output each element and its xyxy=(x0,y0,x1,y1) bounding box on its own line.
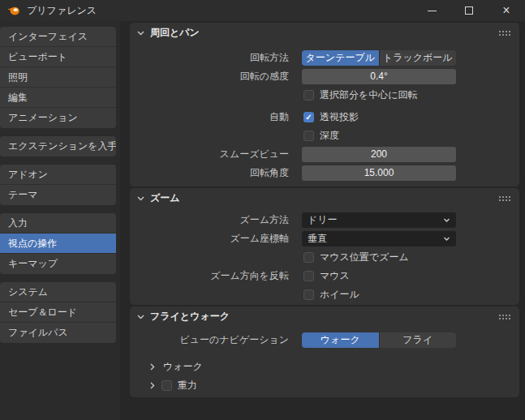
orbit-around-selection-label: 選択部分を中心に回転 xyxy=(320,88,418,102)
zoom-method-label: ズーム方法 xyxy=(130,213,296,227)
gravity-checkbox[interactable]: ✓ xyxy=(161,380,172,391)
rotation-method-toggle: ターンテーブル トラックボール xyxy=(302,50,456,66)
sidebar-item-input[interactable]: 入力 xyxy=(0,213,116,234)
chevron-down-icon xyxy=(443,236,450,242)
invert-zoom-wheel-label: ホイール xyxy=(320,288,359,302)
fly-walk-header[interactable]: フライとウォーク xyxy=(130,306,519,326)
orbit-around-selection-row: ✓ 選択部分を中心に回転 xyxy=(130,88,519,103)
sidebar-item-lights[interactable]: 照明 xyxy=(0,67,116,88)
chevron-down-icon xyxy=(443,217,450,223)
sidebar-item-navigation[interactable]: 視点の操作 xyxy=(0,234,116,254)
auto-depth-checkbox[interactable]: ✓ xyxy=(303,131,314,141)
chevron-right-icon xyxy=(148,362,157,371)
chevron-down-icon xyxy=(136,312,145,321)
view-navigation-label: ビューのナビゲーション xyxy=(130,333,296,347)
auto-depth-label: 深度 xyxy=(320,129,339,143)
zoom-method-dropdown[interactable]: ドリー xyxy=(302,212,456,228)
rotation-method-label: 回転方法 xyxy=(130,51,296,65)
zoom-axis-label: ズーム座標軸 xyxy=(130,232,296,246)
sidebar-group-extensions: エクステンションを入手 xyxy=(0,136,116,156)
sidebar-item-save-load[interactable]: セーブ＆ロード xyxy=(0,302,116,323)
orbit-pan-header[interactable]: 周回とパン xyxy=(130,23,519,42)
zoom-method-row: ズーム方法 ドリー xyxy=(130,212,519,228)
sidebar-item-viewport[interactable]: ビューポート xyxy=(0,47,116,67)
smooth-view-label: スムーズビュー xyxy=(130,148,296,161)
chevron-down-icon xyxy=(136,194,145,203)
auto-depth-row: ✓ 深度 xyxy=(130,128,519,144)
sidebar-item-themes[interactable]: テーマ xyxy=(0,185,116,205)
panel-drag-handle[interactable] xyxy=(499,31,511,36)
panel-title: ズーム xyxy=(150,191,180,205)
scrollbar[interactable] xyxy=(519,21,525,420)
view-navigation-toggle: ウォーク フライ xyxy=(302,332,456,348)
chevron-down-icon xyxy=(136,28,145,37)
close-button[interactable]: × xyxy=(488,0,525,21)
auto-perspective-checkbox[interactable]: ✓ xyxy=(303,112,314,122)
invert-zoom-mouse-row: ズーム方向を反転 ✓ マウス xyxy=(130,268,519,284)
sidebar-item-addons[interactable]: アドオン xyxy=(0,165,116,185)
zoom-header[interactable]: ズーム xyxy=(130,188,519,208)
toggle-option-walk[interactable]: ウォーク xyxy=(302,332,379,348)
maximize-button[interactable] xyxy=(450,0,488,21)
close-icon: × xyxy=(502,4,510,17)
sidebar-group-system: システム セーブ＆ロード ファイルパス xyxy=(0,282,116,343)
sidebar-item-get-extensions[interactable]: エクステンションを入手 xyxy=(0,136,116,156)
zoom-method-value: ドリー xyxy=(308,213,338,227)
walk-subpanel-title: ウォーク xyxy=(163,360,203,374)
sidebar-item-editing[interactable]: 編集 xyxy=(0,88,116,108)
smooth-view-field[interactable]: 200 xyxy=(302,147,456,162)
zoom-axis-value: 垂直 xyxy=(308,232,327,246)
auto-label: 自動 xyxy=(130,110,296,124)
auto-perspective-row: 自動 ✓ 透視投影 xyxy=(130,109,519,125)
minimize-button[interactable] xyxy=(413,0,450,21)
invert-zoom-mouse-label: マウス xyxy=(320,269,350,283)
rotation-angle-field[interactable]: 15.000 xyxy=(302,165,456,181)
fly-walk-panel: フライとウォーク ビューのナビゲーション ウォーク フライ ウォーク ✓ xyxy=(130,306,519,397)
sidebar-group-addons-themes: アドオン テーマ xyxy=(0,165,116,205)
titlebar[interactable]: プリファレンス × xyxy=(0,0,525,21)
sidebar-item-file-paths[interactable]: ファイルパス xyxy=(0,323,116,343)
chevron-right-icon xyxy=(148,381,157,390)
invert-zoom-label: ズーム方向を反転 xyxy=(130,269,296,283)
rotation-angle-label: 回転角度 xyxy=(130,166,296,180)
gravity-subpanel-header[interactable]: ✓ 重力 xyxy=(130,378,519,393)
zoom-panel: ズーム ズーム方法 ドリー ズーム座標軸 垂直 xyxy=(130,188,519,305)
panel-drag-handle[interactable] xyxy=(499,196,511,201)
minimize-icon xyxy=(428,11,437,11)
rotation-angle-row: 回転角度 15.000 xyxy=(130,165,519,181)
panel-drag-handle[interactable] xyxy=(499,315,511,319)
orbit-around-selection-checkbox[interactable]: ✓ xyxy=(303,90,314,101)
zoom-axis-dropdown[interactable]: 垂直 xyxy=(302,231,456,246)
sidebar-item-keymap[interactable]: キーマップ xyxy=(0,254,116,274)
sidebar-item-interface[interactable]: インターフェイス xyxy=(0,27,116,47)
maximize-icon xyxy=(465,6,473,15)
toggle-option-trackball[interactable]: トラックボール xyxy=(379,50,457,66)
panel-title: フライとウォーク xyxy=(150,310,230,324)
rotation-sensitivity-field[interactable]: 0.4° xyxy=(302,69,456,84)
invert-zoom-mouse-checkbox[interactable]: ✓ xyxy=(303,271,314,281)
preferences-sidebar: インターフェイス ビューポート 照明 編集 アニメーション エクステンションを入… xyxy=(0,21,120,420)
walk-subpanel-header[interactable]: ウォーク xyxy=(130,359,519,375)
rotation-sensitivity-label: 回転の感度 xyxy=(130,70,296,84)
invert-zoom-wheel-row: ✓ ホイール xyxy=(130,287,519,302)
smooth-view-row: スムーズビュー 200 xyxy=(130,147,519,162)
rotation-sensitivity-row: 回転の感度 0.4° xyxy=(130,69,519,84)
invert-zoom-wheel-checkbox[interactable]: ✓ xyxy=(303,289,314,300)
zoom-to-mouse-label: マウス位置でズーム xyxy=(320,251,409,264)
orbit-pan-panel: 周回とパン 回転方法 ターンテーブル トラックボール 回転の感度 0.4° xyxy=(130,23,519,186)
toggle-option-fly[interactable]: フライ xyxy=(379,332,457,348)
zoom-to-mouse-row: ✓ マウス位置でズーム xyxy=(130,250,519,265)
sidebar-group-input: 入力 視点の操作 キーマップ xyxy=(0,213,116,274)
panel-title: 周回とパン xyxy=(150,26,200,40)
zoom-axis-row: ズーム座標軸 垂直 xyxy=(130,231,519,246)
gravity-label: 重力 xyxy=(178,379,197,392)
toggle-option-turntable[interactable]: ターンテーブル xyxy=(302,50,379,66)
auto-perspective-label: 透視投影 xyxy=(320,110,359,124)
sidebar-item-system[interactable]: システム xyxy=(0,282,116,302)
preferences-content: 周回とパン 回転方法 ターンテーブル トラックボール 回転の感度 0.4° xyxy=(120,21,525,420)
window-title: プリファレンス xyxy=(27,4,97,18)
rotation-method-row: 回転方法 ターンテーブル トラックボール xyxy=(130,50,519,66)
blender-logo-icon xyxy=(6,6,20,16)
sidebar-item-animation[interactable]: アニメーション xyxy=(0,108,116,128)
zoom-to-mouse-checkbox[interactable]: ✓ xyxy=(303,252,314,263)
